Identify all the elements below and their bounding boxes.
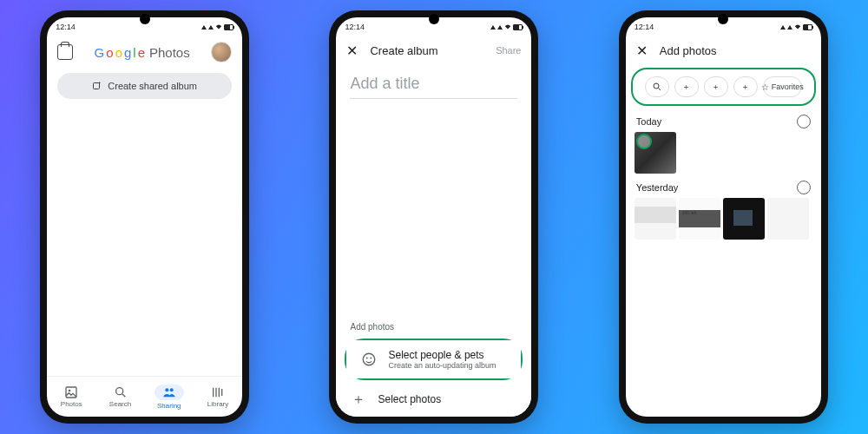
camera-cutout [429,14,439,24]
svg-point-2 [69,389,71,391]
share-button[interactable]: Share [496,45,521,56]
signal-icon [208,25,214,30]
add-face-chip-1[interactable]: ＋ [674,76,699,97]
nav-sharing[interactable]: Sharing [145,377,194,417]
create-button-label: Create shared album [108,81,197,91]
svg-point-4 [165,388,168,391]
battery-icon [513,24,523,30]
select-photos-button[interactable]: ＋ Select photos [336,382,531,417]
account-avatar[interactable] [211,42,232,62]
album-title-input[interactable]: Add a title [350,75,517,99]
phone-1: 12:14 Google Photos Create shared alb [40,10,249,424]
camera-cutout [140,14,150,24]
yesterday-thumbs [626,198,821,240]
screen-1: 12:14 Google Photos Create shared alb [47,17,242,417]
add-face-chip-3[interactable]: ＋ [733,76,758,97]
nav-search[interactable]: Search [95,377,144,417]
favorites-chip[interactable]: ☆Favorites [763,76,802,97]
wifi-icon [215,23,222,30]
close-icon[interactable]: ✕ [346,43,358,59]
phone-3: 12:14 ✕ Add photos ＋ ＋ ＋ ☆Favorite [619,10,828,424]
svg-point-7 [366,358,368,359]
search-chip[interactable] [645,76,669,97]
status-icons [201,23,233,30]
search-icon [652,82,662,92]
toolbar: ✕ Add photos [626,35,821,66]
plus-icon: ＋ [350,391,367,408]
wifi-icon [794,23,801,30]
filter-chip-row: ＋ ＋ ＋ ☆Favorites [636,71,811,102]
screen-3: 12:14 ✕ Add photos ＋ ＋ ＋ ☆Favorite [626,17,821,417]
empty-body [47,106,242,376]
signal-icon [490,25,496,30]
photo-icon [64,385,78,399]
status-time: 12:14 [345,23,365,31]
search-icon [114,385,128,399]
signal-icon [497,25,503,30]
bottom-nav: Photos Search Sharing Library [47,376,242,417]
add-face-chip-2[interactable]: ＋ [704,76,728,97]
signal-icon [780,25,786,30]
option-title: Select photos [378,393,441,405]
select-people-pets-button[interactable]: Select people & pets Create an auto-upda… [346,340,521,378]
spacer [336,99,531,322]
photo-thumb[interactable] [635,132,676,174]
camera-cutout [718,14,728,24]
photo-thumb[interactable] [723,198,765,240]
people-icon [162,385,176,399]
photo-thumb[interactable] [767,198,809,240]
section-label: Today [636,116,661,127]
section-today: Today [626,108,821,132]
option-subtitle: Create an auto-updating album [388,361,496,370]
svg-point-5 [169,388,173,391]
battery-icon [803,24,812,30]
option-title: Select people & pets [388,349,496,361]
app-header: Google Photos [47,35,242,66]
photo-thumb[interactable] [679,198,720,240]
toolbar-title: Create album [370,44,437,57]
app-title: Google Photos [95,45,190,60]
toolbar-title: Add photos [660,44,717,57]
battery-icon [224,24,233,30]
clipboard-icon[interactable] [57,44,73,60]
svg-point-3 [115,387,122,394]
library-icon [211,385,225,399]
svg-rect-0 [94,83,100,89]
status-time: 12:14 [56,23,76,31]
screen-2: 12:14 ✕ Create album Share Add a title A… [336,17,531,417]
signal-icon [787,25,792,30]
signal-icon [201,25,207,30]
toolbar: ✕ Create album Share [336,35,531,66]
select-all-yesterday[interactable] [797,181,811,194]
phone-2: 12:14 ✕ Create album Share Add a title A… [329,10,538,424]
face-icon [360,351,378,368]
highlight-filter-row: ＋ ＋ ＋ ☆Favorites [631,68,816,106]
create-shared-album-button[interactable]: Create shared album [57,73,232,99]
section-label: Yesterday [636,182,679,193]
add-photos-label: Add photos [336,322,531,337]
close-icon[interactable]: ✕ [636,43,648,59]
add-album-icon [92,81,102,91]
today-thumbs [626,132,821,174]
wifi-icon [504,23,511,30]
stage: 12:14 Google Photos Create shared alb [0,0,868,434]
nav-photos[interactable]: Photos [47,377,95,417]
status-time: 12:14 [635,23,654,31]
highlight-select-people: Select people & pets Create an auto-upda… [345,339,523,380]
svg-point-6 [364,353,376,365]
photo-thumb[interactable] [635,198,676,240]
star-icon: ☆ [761,82,769,92]
select-all-today[interactable] [797,115,811,128]
section-yesterday: Yesterday [626,174,821,198]
svg-point-8 [371,358,372,359]
nav-library[interactable]: Library [194,377,242,417]
svg-point-9 [654,83,659,89]
